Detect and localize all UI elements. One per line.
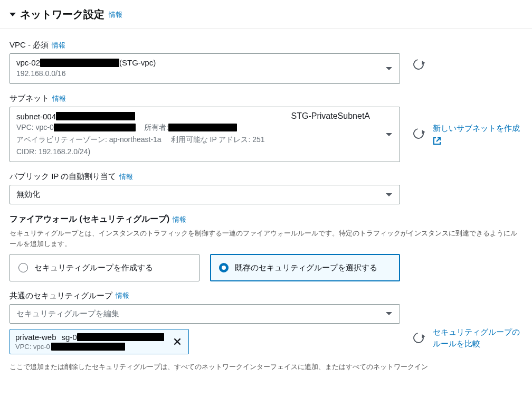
autoip-value: 無効化 <box>16 190 381 200</box>
sg-chip-vpc: VPC: vpc-0 <box>15 343 50 351</box>
radio-existing-sg[interactable]: 既存のセキュリティグループを選択する <box>210 254 400 281</box>
subnet-info-link[interactable]: 情報 <box>52 94 66 103</box>
vpc-cidr: 192.168.0.0/16 <box>16 68 381 79</box>
redacted-text <box>168 124 237 131</box>
sg-chip-name: private-web <box>15 333 56 342</box>
panel-info-link[interactable]: 情報 <box>109 10 122 20</box>
refresh-icon <box>411 126 426 141</box>
common-sg-label: 共通のセキュリティグループ <box>10 291 112 301</box>
common-sg-field: 共通のセキュリティグループ 情報 セキュリティグループを編集 private-w… <box>10 291 522 372</box>
common-sg-select[interactable]: セキュリティグループを編集 <box>10 304 400 324</box>
vpc-info-link[interactable]: 情報 <box>52 41 65 50</box>
radio-existing-label: 既存のセキュリティグループを選択する <box>235 262 377 273</box>
redacted-text <box>77 333 164 341</box>
sg-refresh-button[interactable] <box>410 329 428 347</box>
subnet-refresh-button[interactable] <box>410 125 428 143</box>
autoip-info-link[interactable]: 情報 <box>119 172 133 182</box>
subnet-vpc-label: VPC: vpc-0 <box>16 122 54 133</box>
common-sg-info-link[interactable]: 情報 <box>116 291 129 300</box>
radio-unchecked-icon <box>18 263 28 272</box>
sg-chip-remove-button[interactable] <box>172 336 183 347</box>
vpc-select[interactable]: vpc-02 (STG-vpc) 192.168.0.0/16 <box>10 53 400 84</box>
vpc-field: VPC - 必須 情報 vpc-02 (STG-vpc) 192.168.0.0… <box>10 40 522 84</box>
compare-sg-rules-link[interactable]: セキュリティグループのルールを比較 <box>433 326 522 350</box>
subnet-az: アベイラビリティーゾーン: ap-northeast-1a <box>16 134 162 145</box>
network-settings-header[interactable]: ネットワーク設定 情報 <box>0 4 532 29</box>
subnet-owner-label: 所有者: <box>144 122 168 133</box>
panel-title: ネットワーク設定 <box>20 7 104 22</box>
vpc-label: VPC - 必須 <box>10 40 49 50</box>
vpc-value-prefix: vpc-02 <box>16 58 40 67</box>
firewall-label: ファイアウォール (セキュリティグループ) <box>10 214 169 225</box>
subnet-value-prefix: subnet-004 <box>16 112 56 121</box>
subnet-select[interactable]: subnet-004 STG-PrivateSubnetA VPC: vpc-0… <box>10 107 400 162</box>
autoip-select[interactable]: 無効化 <box>10 185 400 204</box>
radio-create-sg[interactable]: セキュリティグループを作成する <box>10 254 200 281</box>
common-sg-placeholder: セキュリティグループを編集 <box>16 309 381 319</box>
subnet-label: サブネット <box>10 93 49 103</box>
redacted-text <box>56 112 135 120</box>
dropdown-caret-icon <box>386 133 392 136</box>
radio-create-label: セキュリティグループを作成する <box>34 262 153 273</box>
subnet-avail-ip: 利用可能な IP アドレス: 251 <box>171 134 265 145</box>
collapse-caret-icon <box>10 13 16 16</box>
dropdown-caret-icon <box>386 193 392 196</box>
sg-chip-sgid: sg-0 <box>62 333 77 342</box>
redacted-text <box>40 59 119 67</box>
redacted-text <box>54 124 136 131</box>
vpc-refresh-button[interactable] <box>410 55 428 73</box>
autoip-field: パブリック IP の自動割り当て 情報 無効化 <box>10 172 522 204</box>
firewall-desc: セキュリティグループとは、インスタンスのトラフィックを制御する一連のファイアウォ… <box>10 228 522 249</box>
dropdown-caret-icon <box>386 312 392 315</box>
firewall-field: ファイアウォール (セキュリティグループ) 情報 セキュリティグループとは、イン… <box>10 214 522 281</box>
sg-footer-text: ここで追加または削除したセキュリティグループは、すべてのネットワークインターフェ… <box>10 362 522 372</box>
refresh-icon <box>411 57 426 72</box>
radio-checked-icon <box>219 263 229 272</box>
firewall-info-link[interactable]: 情報 <box>173 215 186 224</box>
autoip-label: パブリック IP の自動割り当て <box>10 172 116 182</box>
create-subnet-link[interactable]: 新しいサブネットを作成 <box>433 122 522 145</box>
subnet-field: サブネット 情報 subnet-004 STG-PrivateSubnetA V… <box>10 93 522 162</box>
subnet-cidr: CIDR: 192.168.2.0/24) <box>16 147 90 156</box>
sg-chip: private-web sg-0 VPC: vpc-0 <box>10 329 189 354</box>
vpc-value-suffix: (STG-vpc) <box>119 58 156 67</box>
external-link-icon <box>433 137 441 145</box>
subnet-name-right: STG-PrivateSubnetA <box>291 111 370 121</box>
dropdown-caret-icon <box>386 67 392 70</box>
redacted-text <box>51 343 125 351</box>
refresh-icon <box>411 331 426 345</box>
